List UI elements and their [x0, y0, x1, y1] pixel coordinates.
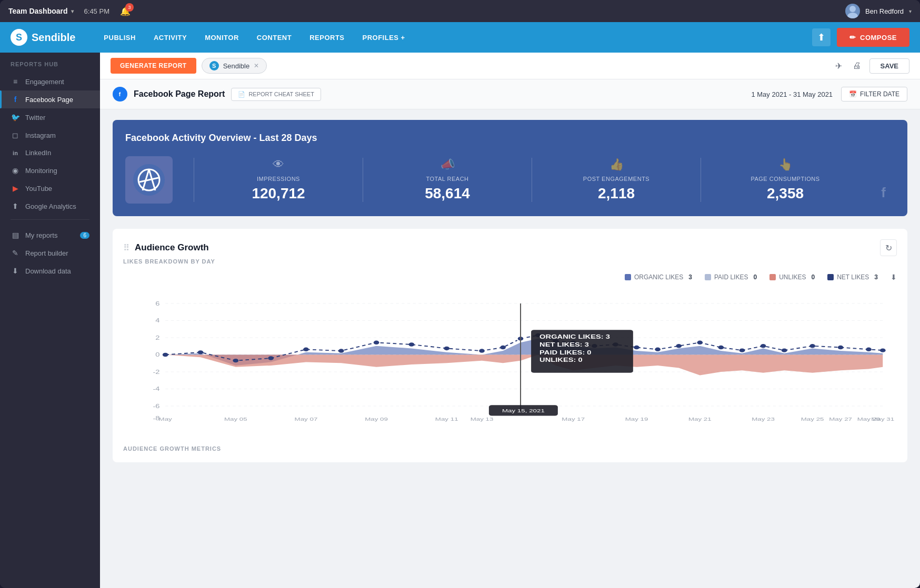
svg-point-45	[634, 346, 639, 349]
upload-button[interactable]: ⬆	[812, 28, 831, 46]
nav-publish[interactable]: PUBLISH	[96, 29, 143, 46]
chart-download-icon[interactable]: ⬇	[891, 273, 897, 281]
audience-growth-section: ⠿ Audience Growth ↻ LIKES BREAKDOWN BY D…	[113, 229, 907, 462]
svg-point-47	[676, 344, 682, 348]
svg-text:May 23: May 23	[752, 417, 775, 422]
sidebar-item-download-data[interactable]: ⬇ Download data	[0, 262, 100, 280]
sidebar-item-instagram[interactable]: ◻ Instagram	[0, 126, 100, 144]
svg-text:-2: -2	[153, 369, 159, 375]
dashboard-title[interactable]: Team Dashboard ▾	[8, 7, 74, 15]
legend-unlikes: UNLIKES 0	[769, 273, 815, 281]
overview-facebook-icon: f	[869, 185, 895, 204]
svg-point-34	[374, 341, 379, 344]
svg-text:4: 4	[155, 318, 159, 323]
my-reports-badge: 6	[80, 232, 89, 239]
my-reports-icon: ▤	[11, 231, 20, 239]
overview-title: Facebook Activity Overview - Last 28 Day…	[125, 133, 895, 144]
reports-bar: GENERATE REPORT S Sendible ✕ ✈ 🖨 SAVE	[100, 53, 920, 79]
svg-text:f: f	[119, 91, 121, 97]
print-icon[interactable]: 🖨	[851, 59, 863, 73]
sidebar-item-twitter[interactable]: 🐦 Twitter	[0, 108, 100, 126]
share-icon[interactable]: ✈	[833, 59, 844, 73]
sidebar-item-facebook[interactable]: f Facebook Page	[0, 90, 100, 108]
engagement-icon: ≡	[11, 77, 20, 86]
twitter-icon: 🐦	[11, 113, 20, 121]
download-icon: ⬇	[11, 267, 20, 275]
nav-reports[interactable]: REPORTS	[302, 29, 352, 46]
report-title-area: f Facebook Page Report 📄 REPORT CHEAT SH…	[113, 87, 321, 102]
svg-text:-6: -6	[153, 403, 159, 409]
nav-bar: S Sendible PUBLISH ACTIVITY MONITOR CONT…	[0, 22, 920, 53]
svg-point-32	[303, 348, 309, 351]
svg-text:0: 0	[155, 352, 159, 358]
svg-point-56	[880, 348, 886, 352]
refresh-button[interactable]: ↻	[880, 239, 897, 256]
sidebar-item-linkedin[interactable]: in LinkedIn	[0, 144, 100, 161]
compose-icon: ✏	[849, 33, 856, 42]
user-name[interactable]: Ben Redford	[865, 7, 904, 15]
facebook-icon: f	[11, 95, 20, 104]
legend-organic-likes: ORGANIC LIKES 3	[625, 273, 692, 281]
filter-date-button[interactable]: 📅 FILTER DATE	[841, 87, 907, 102]
sidebar-item-google-analytics[interactable]: ⬆ Google Analytics	[0, 197, 100, 215]
stat-page-consumptions: 👆 PAGE CONSUMPTIONS 2,358	[701, 158, 869, 202]
svg-point-53	[809, 344, 815, 348]
chart-header: ⠿ Audience Growth ↻	[123, 239, 897, 256]
report-builder-icon: ✎	[11, 249, 20, 257]
svg-text:2: 2	[155, 335, 159, 341]
sidebar-item-report-builder[interactable]: ✎ Report builder	[0, 244, 100, 262]
reach-icon: 📣	[374, 158, 521, 171]
chart-subtitle: LIKES BREAKDOWN BY DAY	[123, 258, 897, 265]
sidebar-item-youtube[interactable]: ▶ YouTube	[0, 179, 100, 197]
sendible-tab[interactable]: S Sendible ✕	[202, 58, 267, 74]
svg-text:NET LIKES: 3: NET LIKES: 3	[539, 342, 589, 348]
nav-profiles[interactable]: PROFILES +	[355, 29, 413, 46]
engagements-icon: 👍	[543, 158, 690, 171]
svg-point-55	[866, 348, 872, 351]
sidebar-item-my-reports[interactable]: ▤ My reports 6	[0, 226, 100, 244]
content-area: GENERATE REPORT S Sendible ✕ ✈ 🖨 SAVE f	[100, 53, 920, 588]
svg-point-28	[163, 353, 168, 357]
generate-report-button[interactable]: GENERATE REPORT	[111, 58, 196, 74]
dashboard-chevron[interactable]: ▾	[71, 8, 74, 14]
legend-net-likes: NET LIKES 3	[827, 273, 878, 281]
svg-point-51	[761, 344, 766, 348]
stat-impressions: 👁 IMPRESSIONS 120,712	[194, 158, 363, 202]
save-button[interactable]: SAVE	[869, 58, 909, 74]
nav-content[interactable]: CONTENT	[249, 29, 299, 46]
sidebar-item-monitoring[interactable]: ◉ Monitoring	[0, 161, 100, 179]
stat-total-reach: 📣 TOTAL REACH 58,614	[363, 158, 532, 202]
overview-logo	[125, 156, 173, 204]
sidebar-divider	[11, 219, 89, 220]
svg-text:May 17: May 17	[562, 417, 585, 422]
legend-paid-dot	[705, 274, 711, 280]
cheat-sheet-button[interactable]: 📄 REPORT CHEAT SHEET	[231, 88, 321, 101]
current-time: 6:45 PM	[84, 7, 109, 15]
svg-point-30	[233, 359, 238, 362]
compose-button[interactable]: ✏ COMPOSE	[837, 28, 909, 47]
analytics-icon: ⬆	[11, 202, 20, 210]
avatar	[845, 4, 860, 18]
svg-point-37	[479, 349, 485, 352]
tab-chip-logo: S	[209, 61, 219, 70]
top-bar-right: Ben Redford ▾	[845, 4, 912, 18]
notifications-bell[interactable]: 🔔 3	[120, 6, 131, 16]
user-menu-chevron[interactable]: ▾	[909, 8, 912, 14]
svg-text:PAID LIKES: 0: PAID LIKES: 0	[539, 350, 591, 356]
tab-close-icon[interactable]: ✕	[254, 62, 259, 69]
logo: S Sendible	[11, 29, 75, 46]
logo-icon: S	[11, 29, 27, 46]
overview-stats: 👁 IMPRESSIONS 120,712 📣 TOTAL REACH 58,6…	[125, 156, 895, 204]
instagram-icon: ◻	[11, 131, 20, 139]
sidebar-item-engagement[interactable]: ≡ Engagement	[0, 73, 100, 90]
cheat-sheet-icon: 📄	[238, 91, 245, 98]
nav-monitor[interactable]: MONITOR	[197, 29, 246, 46]
impressions-icon: 👁	[205, 158, 352, 171]
drag-handle-icon[interactable]: ⠿	[123, 243, 129, 253]
nav-activity[interactable]: ACTIVITY	[146, 29, 194, 46]
svg-text:May 11: May 11	[435, 417, 458, 422]
logo-text[interactable]: Sendible	[32, 32, 75, 44]
svg-text:6: 6	[155, 301, 159, 307]
audience-metrics-label: AUDIENCE GROWTH METRICS	[123, 445, 897, 452]
chart-svg: 6 4 2 0 -2 -4 -6 -8	[123, 290, 897, 427]
